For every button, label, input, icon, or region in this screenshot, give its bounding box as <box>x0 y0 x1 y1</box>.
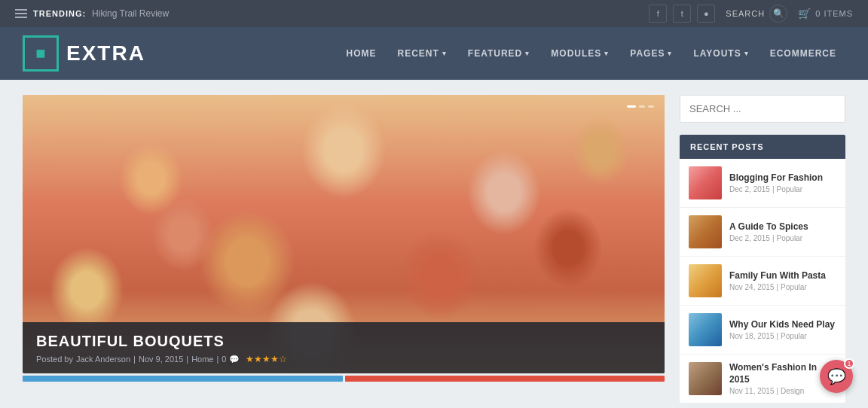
cart-icon: 🛒 <box>798 8 811 20</box>
instagram-icon[interactable]: ● <box>697 5 715 23</box>
chevron-down-icon: ▾ <box>668 50 672 57</box>
post-thumbnail <box>689 166 722 199</box>
slide-dot <box>648 105 654 108</box>
chevron-down-icon: ▾ <box>604 50 609 57</box>
featured-card[interactable]: BEAUTIFUL BOUQUETS Posted by Jack Anders… <box>23 95 665 373</box>
post-info: Family Fun With Pasta Nov 24, 2015|Popul… <box>729 270 836 292</box>
post-title: Why Our Kids Need Play <box>729 319 836 331</box>
chevron-down-icon: ▾ <box>442 50 447 57</box>
logo[interactable]: ■ EXTRA <box>23 35 145 72</box>
content-area: BEAUTIFUL BOUQUETS Posted by Jack Anders… <box>0 80 868 408</box>
teaser-row <box>23 376 665 382</box>
facebook-icon[interactable]: f <box>649 5 667 23</box>
search-input[interactable] <box>680 95 845 123</box>
logo-text: EXTRA <box>66 41 145 65</box>
post-meta: Dec 2, 2015|Popular <box>729 185 836 193</box>
post-meta: Nov 18, 2015|Popular <box>729 332 836 340</box>
logo-icon: ■ <box>23 35 59 72</box>
nav-item-featured[interactable]: FEATURED▾ <box>459 42 539 65</box>
social-icons: f t ● <box>649 5 715 23</box>
comment-icon: 💬 <box>229 355 240 364</box>
search-area: SEARCH 🔍 <box>726 5 787 23</box>
post-info: A Guide To Spices Dec 2, 2015|Popular <box>729 221 836 243</box>
nav-item-recent[interactable]: RECENT▾ <box>389 42 456 65</box>
cart-label: 0 ITEMS <box>815 9 853 18</box>
recent-posts-header: RECENT POSTS <box>680 135 845 159</box>
meta-sep3: | <box>216 355 219 364</box>
post-info: Blogging For Fashion Dec 2, 2015|Popular <box>729 172 836 194</box>
post-thumbnail <box>689 264 722 297</box>
trending-label: TRENDING: <box>33 9 86 18</box>
slide-dots <box>627 105 654 108</box>
sidebar: RECENT POSTS Blogging For Fashion Dec 2,… <box>680 95 845 408</box>
post-title: Blogging For Fashion <box>729 172 836 184</box>
teaser-red[interactable] <box>345 376 665 382</box>
featured-title: BEAUTIFUL BOUQUETS <box>36 333 651 350</box>
top-bar-right: f t ● SEARCH 🔍 🛒 0 ITEMS <box>649 5 853 23</box>
nav-item-ecommerce[interactable]: ECOMMERCE <box>761 42 845 65</box>
chevron-down-icon: ▾ <box>525 50 530 57</box>
hamburger-menu[interactable] <box>15 9 27 18</box>
main-content: BEAUTIFUL BOUQUETS Posted by Jack Anders… <box>23 95 665 408</box>
star-rating: ★★★★☆ <box>246 354 287 364</box>
featured-date: Nov 9, 2015 <box>139 355 183 364</box>
twitter-icon[interactable]: t <box>673 5 691 23</box>
featured-author[interactable]: Jack Anderson <box>76 355 130 364</box>
post-thumbnail <box>689 215 722 248</box>
post-thumbnail <box>689 313 722 346</box>
featured-meta: Posted by Jack Anderson | Nov 9, 2015 | … <box>36 354 651 364</box>
search-label: SEARCH <box>726 9 765 18</box>
nav-bar: ■ EXTRA HOME RECENT▾ FEATURED▾ MODULES▾ … <box>0 27 868 80</box>
cart-area[interactable]: 🛒 0 ITEMS <box>798 8 853 20</box>
search-icon[interactable]: 🔍 <box>769 5 787 23</box>
chat-icon: 💬 <box>827 367 846 385</box>
meta-sep: | <box>133 355 136 364</box>
top-bar-left: TRENDING: Hiking Trail Review <box>15 8 169 19</box>
post-info: Why Our Kids Need Play Nov 18, 2015|Popu… <box>729 319 836 341</box>
list-item[interactable]: Why Our Kids Need Play Nov 18, 2015|Popu… <box>680 306 845 355</box>
post-meta: Nov 11, 2015|Design <box>729 387 836 395</box>
nav-item-modules[interactable]: MODULES▾ <box>542 42 618 65</box>
nav-item-home[interactable]: HOME <box>338 42 386 65</box>
featured-by: Posted by <box>36 355 73 364</box>
list-item[interactable]: Blogging For Fashion Dec 2, 2015|Popular <box>680 159 845 208</box>
post-title: A Guide To Spices <box>729 221 836 233</box>
featured-caption: BEAUTIFUL BOUQUETS Posted by Jack Anders… <box>23 322 665 373</box>
slide-dot <box>639 105 645 108</box>
list-item[interactable]: A Guide To Spices Dec 2, 2015|Popular <box>680 208 845 257</box>
top-bar: TRENDING: Hiking Trail Review f t ● SEAR… <box>0 0 868 27</box>
featured-comments: 0 <box>222 355 226 364</box>
post-meta: Dec 2, 2015|Popular <box>729 234 836 242</box>
slide-dot <box>627 105 636 108</box>
list-item[interactable]: Family Fun With Pasta Nov 24, 2015|Popul… <box>680 257 845 306</box>
meta-sep2: | <box>186 355 188 364</box>
post-thumbnail <box>689 362 722 395</box>
chevron-down-icon: ▾ <box>744 50 749 57</box>
recent-posts-section: RECENT POSTS Blogging For Fashion Dec 2,… <box>680 135 845 403</box>
chat-badge: 1 <box>844 358 854 369</box>
trending-text[interactable]: Hiking Trail Review <box>92 8 169 19</box>
nav-item-layouts[interactable]: LAYOUTS▾ <box>684 42 757 65</box>
post-meta: Nov 24, 2015|Popular <box>729 283 836 291</box>
nav-menu: HOME RECENT▾ FEATURED▾ MODULES▾ PAGES▾ L… <box>338 42 846 65</box>
featured-category[interactable]: Home <box>191 355 213 364</box>
nav-item-pages[interactable]: PAGES▾ <box>621 42 681 65</box>
teaser-blue[interactable] <box>23 376 343 382</box>
chat-bubble[interactable]: 💬 1 <box>820 360 853 393</box>
post-title: Family Fun With Pasta <box>729 270 836 282</box>
